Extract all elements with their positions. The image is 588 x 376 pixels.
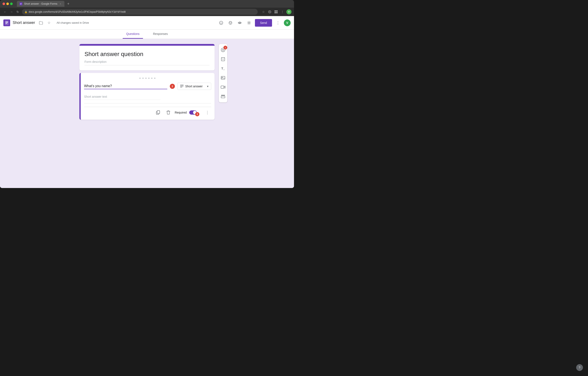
type-icon <box>180 85 184 88</box>
svg-rect-35 <box>221 86 224 88</box>
copy-question-button[interactable] <box>154 109 162 116</box>
required-toggle-wrapper: 3 <box>189 111 201 115</box>
send-button[interactable]: Send <box>255 19 272 27</box>
lock-icon: 🔒 <box>24 11 27 13</box>
add-video-button[interactable] <box>219 83 227 91</box>
svg-rect-3 <box>20 4 21 4</box>
browser-profile-avatar[interactable]: V <box>286 9 292 14</box>
question-badge-2: 2 <box>170 84 175 89</box>
url-bar[interactable]: 🔒 docs.google.com/forms/d/1PuS0uN9kAHlJy… <box>22 9 258 15</box>
card-divider <box>84 107 211 107</box>
svg-text:T: T <box>223 69 224 71</box>
svg-point-21 <box>239 22 240 23</box>
settings-icon-button[interactable] <box>246 20 252 26</box>
tab-responses[interactable]: Responses <box>150 30 171 39</box>
header-actions-left: ☆ <box>38 20 52 26</box>
sidebar-tools: 1 T T <box>219 44 227 102</box>
svg-point-15 <box>220 22 221 23</box>
preview-icon-button[interactable] <box>236 20 243 26</box>
tab-bar: Short answer - Google Forms × + <box>17 1 292 7</box>
folder-icon-button[interactable] <box>38 20 44 26</box>
tab-favicon <box>20 2 22 5</box>
svg-rect-12 <box>5 22 8 23</box>
add-title-button[interactable]: T T <box>219 64 227 73</box>
question-more-button[interactable]: ⋮ <box>204 109 211 116</box>
svg-rect-33 <box>221 76 225 79</box>
app-container: Short answer ☆ All changes saved in Driv… <box>0 16 294 188</box>
svg-rect-25 <box>180 87 182 87</box>
minimize-window-button[interactable] <box>6 2 9 5</box>
svg-point-20 <box>230 23 231 24</box>
emoji-icon-button[interactable] <box>218 20 224 26</box>
back-button[interactable]: ← <box>2 9 8 14</box>
nav-buttons: ← → ↻ <box>2 9 20 14</box>
required-badge-3: 3 <box>195 112 200 116</box>
header-kebab-button[interactable]: ⋮ <box>274 20 281 26</box>
svg-rect-36 <box>221 95 225 96</box>
type-selector-arrow: ▾ <box>207 85 209 88</box>
svg-point-5 <box>269 11 270 12</box>
svg-rect-9 <box>276 12 278 13</box>
form-title-card: Short answer question Form description <box>79 44 215 70</box>
palette-icon-button[interactable] <box>227 20 234 26</box>
bookmark-icon[interactable]: ☆ <box>261 10 266 14</box>
app-title: Short answer <box>13 21 35 25</box>
svg-rect-6 <box>274 10 276 12</box>
app-header: Short answer ☆ All changes saved in Driv… <box>0 16 294 30</box>
forms-logo <box>3 20 10 26</box>
browser-tab-active[interactable]: Short answer - Google Forms × <box>17 1 64 7</box>
refresh-button[interactable]: ↻ <box>15 9 20 14</box>
profile-avatar[interactable]: V <box>284 20 291 26</box>
drag-handle: • • • • • • <box>84 76 211 80</box>
svg-rect-7 <box>276 10 278 12</box>
address-bar: ← → ↻ 🔒 docs.google.com/forms/d/1PuS0uN9… <box>0 8 294 16</box>
svg-rect-1 <box>20 3 21 4</box>
svg-point-18 <box>230 22 230 23</box>
required-label: Required <box>175 111 187 114</box>
traffic-lights <box>2 2 13 5</box>
question-type-selector[interactable]: Short answer ▾ <box>178 83 211 90</box>
question-footer: Required 3 ⋮ <box>84 109 211 116</box>
form-title: Short answer question <box>84 51 210 57</box>
forward-button[interactable]: → <box>9 9 14 14</box>
extensions-icon[interactable] <box>267 10 272 14</box>
svg-point-16 <box>221 22 222 23</box>
main-content: Short answer question Form description •… <box>0 39 294 188</box>
question-card: • • • • • • 2 Short answer <box>79 73 215 120</box>
title-bar: Short answer - Google Forms × + <box>0 0 294 8</box>
svg-point-19 <box>231 22 231 23</box>
add-question-badge: 1 <box>223 46 227 49</box>
add-image-button[interactable] <box>219 74 227 82</box>
answer-area: Short answer text <box>84 93 211 103</box>
tab-questions[interactable]: Questions <box>123 30 143 39</box>
svg-rect-37 <box>221 96 225 98</box>
svg-point-14 <box>220 21 223 24</box>
browser-frame: Short answer - Google Forms × + ← → ↻ 🔒 … <box>0 0 294 188</box>
close-window-button[interactable] <box>2 2 5 5</box>
svg-rect-8 <box>274 12 276 13</box>
url-text: docs.google.com/forms/d/1PuS0uN9kAHlJyAe… <box>29 10 126 13</box>
svg-point-22 <box>248 22 250 23</box>
save-status: All changes saved in Drive <box>57 21 89 24</box>
maximize-window-button[interactable] <box>10 2 13 5</box>
tab-title: Short answer - Google Forms <box>24 2 57 5</box>
type-selector-text: Short answer <box>185 85 205 88</box>
svg-rect-23 <box>180 85 184 85</box>
tab-close-button[interactable]: × <box>59 2 62 5</box>
svg-rect-13 <box>5 23 7 24</box>
question-top-row: 2 Short answer ▾ <box>84 83 211 90</box>
chrome-new-icon[interactable] <box>274 10 278 14</box>
svg-point-17 <box>229 21 232 24</box>
star-icon-button[interactable]: ☆ <box>46 20 52 26</box>
svg-rect-28 <box>157 111 160 114</box>
add-question-button[interactable]: 1 <box>219 46 227 54</box>
question-text-input[interactable] <box>84 83 167 89</box>
answer-placeholder-text: Short answer text <box>84 95 160 100</box>
svg-text:T: T <box>221 67 223 70</box>
delete-question-button[interactable] <box>165 109 172 116</box>
form-description[interactable]: Form description <box>84 60 210 65</box>
new-tab-button[interactable]: + <box>65 1 71 7</box>
browser-menu-icon[interactable]: ⋮ <box>280 10 285 14</box>
import-questions-button[interactable] <box>219 55 227 64</box>
add-section-button[interactable] <box>219 92 227 101</box>
